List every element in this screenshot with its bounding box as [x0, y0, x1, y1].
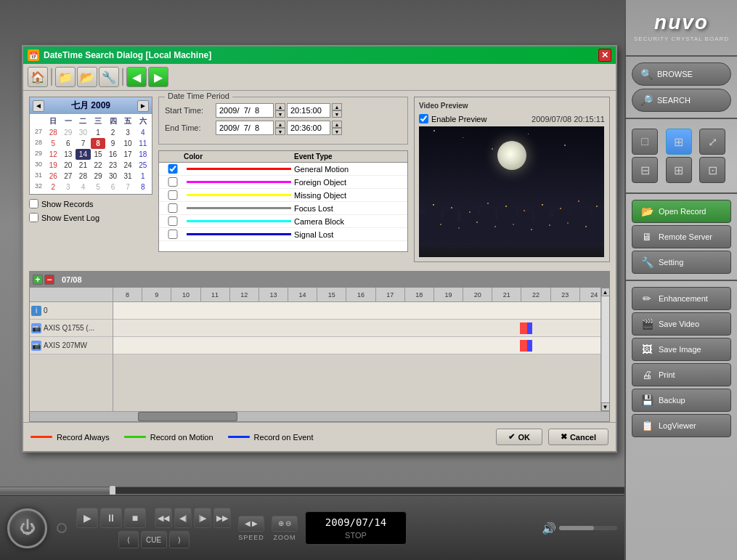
cal-day-26[interactable]: 26	[46, 171, 61, 182]
cal-day-16[interactable]: 16	[105, 149, 121, 160]
eject-button[interactable]	[57, 523, 67, 533]
cal-day-24[interactable]: 24	[121, 160, 136, 171]
layout-1x1-button[interactable]: □	[632, 129, 658, 155]
enable-preview-checkbox[interactable]	[419, 114, 428, 123]
vscroll-up[interactable]: ▲	[601, 288, 610, 296]
cal-day-28[interactable]: 28	[76, 171, 91, 182]
enhancement-button[interactable]: ✏ Enhancement	[632, 287, 731, 310]
cal-day-aug3[interactable]: 3	[61, 182, 76, 192]
home-toolbar-button[interactable]: 🏠	[28, 67, 48, 87]
cue-right-button[interactable]: ⟩	[169, 531, 190, 548]
timeline-remove-button[interactable]: −	[44, 275, 54, 285]
cal-day-18[interactable]: 18	[135, 149, 150, 160]
prev-frame-button[interactable]: ◀|	[174, 508, 192, 528]
calendar-next-button[interactable]: ►	[137, 100, 149, 112]
start-date-spin[interactable]: ▲ ▼	[275, 103, 285, 118]
volume-slider[interactable]	[559, 526, 617, 530]
end-date-up[interactable]: ▲	[275, 121, 285, 128]
browse-button[interactable]: 🔍 BROWSE	[632, 62, 731, 86]
cal-day-aug6[interactable]: 6	[105, 182, 121, 192]
cal-day-13[interactable]: 13	[61, 149, 76, 160]
cal-day-aug4[interactable]: 4	[76, 182, 91, 192]
layout-custom-button[interactable]: ⊡	[699, 157, 725, 183]
cal-day-25[interactable]: 25	[135, 160, 150, 171]
cal-day-19[interactable]: 19	[46, 160, 61, 171]
cal-day-6[interactable]: 6	[61, 138, 76, 149]
tools-toolbar-button[interactable]: 🔧	[99, 67, 119, 87]
cal-day-jun30[interactable]: 30	[76, 127, 91, 138]
event-checkbox-general-motion[interactable]	[162, 164, 184, 174]
logviewer-button[interactable]: 📋 LogViewer	[632, 414, 731, 437]
next-frame-button[interactable]: |▶	[194, 508, 211, 528]
cal-day-aug5[interactable]: 5	[91, 182, 106, 192]
timeline-hscroll[interactable]	[30, 411, 609, 421]
ok-button[interactable]: ✔ OK	[496, 429, 542, 445]
cal-day-23[interactable]: 23	[105, 160, 121, 171]
cal-day-17[interactable]: 17	[121, 149, 136, 160]
end-date-spin[interactable]: ▲ ▼	[275, 121, 285, 135]
folder2-toolbar-button[interactable]: 📂	[77, 67, 97, 87]
end-time-spin[interactable]: ▲ ▼	[332, 121, 342, 135]
start-time-down[interactable]: ▼	[332, 110, 342, 118]
cal-day-7[interactable]: 7	[76, 138, 91, 149]
cal-day-21[interactable]: 21	[76, 160, 91, 171]
stop-button[interactable]: ■	[124, 508, 146, 528]
start-time-field[interactable]	[287, 103, 330, 118]
end-time-field[interactable]	[287, 121, 330, 135]
event-checkbox-foreign-object[interactable]	[162, 177, 184, 187]
show-records-checkbox[interactable]	[29, 199, 38, 208]
start-time-up[interactable]: ▲	[332, 103, 342, 110]
cal-day-20[interactable]: 20	[61, 160, 76, 171]
end-time-down[interactable]: ▼	[332, 128, 342, 135]
search-button[interactable]: 🔎 SEARCH	[632, 89, 731, 112]
cal-day-9[interactable]: 9	[105, 138, 121, 149]
backup-button[interactable]: 💾 Backup	[632, 389, 731, 412]
cal-day-aug7[interactable]: 7	[121, 182, 136, 192]
cal-day-aug1[interactable]: 1	[135, 171, 150, 182]
cal-day-aug2[interactable]: 2	[46, 182, 61, 192]
fast-forward-button[interactable]: ▶▶	[213, 508, 231, 528]
cal-day-2[interactable]: 2	[105, 127, 121, 138]
cal-day-aug8[interactable]: 8	[135, 182, 150, 192]
layout-4x4-button[interactable]: ⊞	[666, 157, 692, 183]
cal-day-31[interactable]: 31	[121, 171, 136, 182]
end-date-down[interactable]: ▼	[275, 128, 285, 135]
event-checkbox-camera-block[interactable]	[162, 216, 184, 226]
cal-day-1[interactable]: 1	[91, 127, 106, 138]
cue-left-button[interactable]: ⟨	[118, 531, 139, 548]
cal-day-27[interactable]: 27	[61, 171, 76, 182]
timeline-vscroll[interactable]: ▲ ▼	[600, 288, 609, 411]
cal-day-10[interactable]: 10	[121, 138, 136, 149]
play-button[interactable]: ▶	[76, 508, 98, 528]
end-time-up[interactable]: ▲	[332, 121, 342, 128]
cal-day-15[interactable]: 15	[91, 149, 106, 160]
cal-day-12[interactable]: 12	[46, 149, 61, 160]
setting-button[interactable]: 🔧 Setting	[632, 251, 731, 274]
dialog-close-button[interactable]: ✕	[598, 49, 611, 62]
cal-day-jun28[interactable]: 28	[46, 127, 61, 138]
open-record-button[interactable]: 📂 Open Record	[632, 200, 731, 223]
cal-day-14[interactable]: 14	[76, 149, 91, 160]
print-button[interactable]: 🖨 Print	[632, 363, 731, 386]
cal-day-8[interactable]: 8	[91, 138, 106, 149]
power-button[interactable]: ⏻	[7, 508, 47, 548]
end-date-field[interactable]	[216, 121, 274, 135]
vscroll-down[interactable]: ▼	[601, 402, 610, 411]
cal-day-4[interactable]: 4	[135, 127, 150, 138]
cal-day-jun29[interactable]: 29	[61, 127, 76, 138]
next-nav-button[interactable]: ▶	[148, 67, 168, 87]
cal-day-3[interactable]: 3	[121, 127, 136, 138]
timeline-add-button[interactable]: +	[33, 275, 43, 285]
calendar-prev-button[interactable]: ◄	[33, 100, 44, 112]
start-date-up[interactable]: ▲	[275, 103, 285, 110]
event-checkbox-focus-lost[interactable]	[162, 203, 184, 213]
pause-button[interactable]: ⏸	[100, 508, 122, 528]
hscroll-thumb[interactable]	[138, 412, 237, 421]
cal-day-29[interactable]: 29	[91, 171, 106, 182]
layout-2x2-button[interactable]: ⊞	[666, 129, 692, 155]
cal-day-5[interactable]: 5	[46, 138, 61, 149]
cue-center-button[interactable]: CUE	[141, 531, 167, 548]
layout-fullscreen-button[interactable]: ⤢	[699, 129, 725, 155]
start-date-down[interactable]: ▼	[275, 110, 285, 118]
save-image-button[interactable]: 🖼 Save Image	[632, 338, 731, 361]
